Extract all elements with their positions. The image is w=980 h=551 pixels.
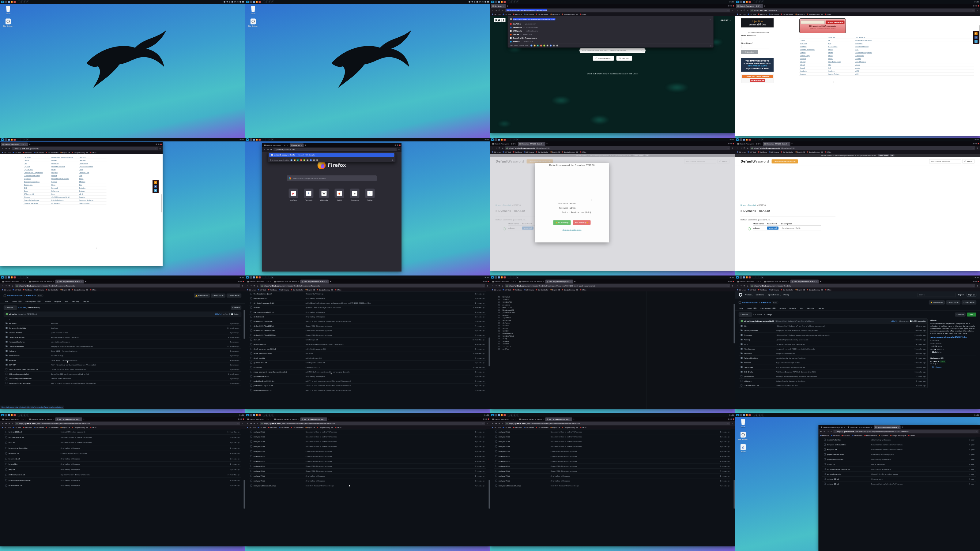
file-row[interactable]: darkc0de.txtstrip trailing whitespace2 y… xyxy=(249,314,486,319)
browser-tab[interactable]: Dynalink - RTA230 defaul× xyxy=(273,418,300,421)
breadcrumb-vendor[interactable]: Dynalink xyxy=(748,204,756,206)
workspace-number[interactable]: 4 xyxy=(762,414,764,417)
file-link[interactable]: rockyou-55.txt xyxy=(254,460,304,462)
workspace-number[interactable]: 3 xyxy=(269,414,271,417)
maximize-button[interactable] xyxy=(730,418,732,420)
vendor-link[interactable]: Draytek Corp xyxy=(78,171,107,174)
url-input[interactable]: file:///usr/share/kali-defaults/web/home… xyxy=(505,9,730,12)
workspace-number[interactable]: 1 xyxy=(263,138,265,141)
workspace-number[interactable]: 2 xyxy=(21,138,23,141)
commit-message-link[interactable]: Update CONTRIBUTING.md xyxy=(776,384,908,386)
file-link[interactable]: hak5-withcount.txt xyxy=(9,437,59,438)
branch-selector[interactable]: ⑂ master ⌄ xyxy=(739,313,752,317)
repo-nav-tab[interactable]: Actions xyxy=(778,306,788,311)
new-tab-button[interactable]: + xyxy=(574,280,576,283)
search-icon[interactable] xyxy=(641,50,643,51)
bookmark-item[interactable]: Google Hacking DB xyxy=(72,427,88,429)
commit-message-link[interactable]: Fix #259 - Recover from bad merge xyxy=(776,343,908,345)
bookmark-item[interactable]: Kali Linux xyxy=(492,427,501,429)
line-number[interactable]: 65 xyxy=(495,340,500,343)
file-row[interactable]: rockyou-65.txtClose #291 - Fix encoding … xyxy=(249,468,486,473)
workspace-number[interactable]: 2 xyxy=(756,414,758,417)
commit-message-link[interactable]: Renamed folders to be the 'full' names xyxy=(871,443,964,445)
minimize-button[interactable] xyxy=(728,143,730,144)
file-row[interactable]: FuzzingUpdate LFI-gracefulsecurity-windo… xyxy=(739,337,928,342)
back-icon[interactable]: ← xyxy=(247,285,249,287)
kali-menu-icon[interactable] xyxy=(736,138,739,141)
tab-close-icon[interactable]: × xyxy=(52,418,54,420)
file-row[interactable]: rockyou-40.txtRenamed folders to be the … xyxy=(494,444,731,449)
bookmark-item[interactable]: Kali Docs xyxy=(23,289,32,291)
commit-message-link[interactable]: Renamed folders to be the 'full' names xyxy=(550,436,712,437)
file-link[interactable]: phpbb.txt xyxy=(827,463,870,465)
commit-message-link[interactable]: strip trailing whitespace xyxy=(60,484,222,486)
file-row[interactable]: WiFi-WPAAdd "-" to split up words, moved… xyxy=(4,362,241,367)
commit-message-link[interactable]: Replace ' ' with '' (Empty Characters) xyxy=(60,474,222,476)
close-button[interactable] xyxy=(488,281,489,282)
kali-menu-icon[interactable] xyxy=(1,138,4,141)
maximize-button[interactable] xyxy=(240,418,242,420)
workspace-number[interactable]: 3 xyxy=(514,1,516,3)
file-link[interactable]: rockyou-40.txt xyxy=(499,445,549,447)
window-controls[interactable] xyxy=(395,144,401,146)
file-row[interactable]: .bin[Github Action] Updated LFI-etc-file… xyxy=(739,324,928,328)
vendor-link[interactable]: Acer xyxy=(827,42,854,45)
kali-menu-icon[interactable] xyxy=(491,414,494,416)
repo-nav-tab[interactable]: Wiki xyxy=(798,306,805,311)
file-link[interactable]: dutch_wordlist xyxy=(254,357,304,359)
editor-icon[interactable] xyxy=(749,276,751,279)
its-working-button[interactable]: 👍 Its working! xyxy=(554,221,571,225)
breadcrumb-home[interactable]: Home xyxy=(740,204,746,206)
search-engine-icon[interactable]: a xyxy=(533,44,536,46)
workspace-number[interactable]: 2 xyxy=(756,138,758,141)
workspace-number[interactable]: 4 xyxy=(272,276,274,279)
commit-message[interactable]: Merge into README.md xyxy=(18,313,37,315)
tab-close-icon[interactable]: × xyxy=(542,418,544,420)
browser-tab[interactable]: Dynalink - RTA230 defaul× xyxy=(28,280,55,284)
close-button[interactable] xyxy=(243,281,244,282)
repo-owner-link[interactable]: danielmiessler xyxy=(7,294,23,297)
file-link[interactable]: der-postillon.txt xyxy=(254,343,304,345)
url-input[interactable]: https://github.com/danielmiessler/SecLis… xyxy=(15,284,240,287)
reload-icon[interactable]: ⟳ xyxy=(498,9,500,12)
line-number[interactable]: 68 xyxy=(495,348,500,351)
file-row[interactable]: Honeypot-Capturesstrip trailing whitespa… xyxy=(4,340,241,344)
file-link[interactable]: rockyou-25.txt xyxy=(254,431,304,432)
firefox-icon[interactable] xyxy=(746,139,748,141)
home-icon[interactable]: ⌂ xyxy=(12,285,14,287)
workspace-number[interactable]: 1 xyxy=(263,1,265,3)
editor-icon[interactable] xyxy=(259,276,261,279)
file-row[interactable]: md5decryptor-uk.txtReplace ' ' with '' (… xyxy=(4,472,241,478)
workspace-number[interactable]: 2 xyxy=(266,1,268,3)
tab-close-icon[interactable]: × xyxy=(81,281,83,283)
commit-message-link[interactable]: rename 's/_/-/g' xyxy=(51,354,222,356)
terminal-icon[interactable] xyxy=(495,138,497,141)
file-row[interactable]: der-postillon.txtAdd worlds-safest-passw… xyxy=(249,342,486,346)
bookmark-item[interactable]: Exploit-DB xyxy=(795,151,805,153)
tab-close-icon[interactable]: × xyxy=(301,144,302,146)
line-number[interactable]: 58 xyxy=(495,322,500,324)
url-input[interactable]: https://github.com/danielmiessler/SecLis… xyxy=(260,284,485,287)
new-tab-button[interactable]: + xyxy=(791,142,793,145)
line-number[interactable]: 52 xyxy=(495,306,500,309)
volume-icon[interactable] xyxy=(471,1,473,3)
start-search-input[interactable]: Search with Google or enter address xyxy=(286,175,377,181)
tab-close-icon[interactable]: × xyxy=(515,143,516,145)
editor-icon[interactable] xyxy=(504,276,506,279)
vendor-link[interactable]: Epox xyxy=(51,192,78,195)
bookmark-item[interactable]: Exploit-DB xyxy=(60,289,70,291)
workspace-number[interactable]: 1 xyxy=(508,414,510,417)
bookmark-item[interactable]: Kali Tools xyxy=(503,289,511,291)
browser-tab[interactable]: Default Passwords | CIRT× xyxy=(263,144,290,148)
commit-message-link[interactable]: strip trailing whitespace xyxy=(305,297,467,299)
file-link[interactable]: darkweb2017-top1000.txt xyxy=(254,330,304,332)
file-row[interactable]: probable-v2-top1575.txtAdd "-" to split … xyxy=(249,383,486,388)
bookmark-item[interactable]: Google Hacking DB xyxy=(317,289,333,291)
minimize-button[interactable] xyxy=(156,144,158,145)
commit-message-link[interactable]: Add "-" to split up words, moved files s… xyxy=(305,380,467,382)
reload-icon[interactable]: ⟳ xyxy=(827,430,829,433)
vendor-link[interactable]: Dictaphone xyxy=(78,162,107,165)
vendor-link[interactable]: Deerfield xyxy=(78,159,107,162)
new-tab-button[interactable]: + xyxy=(820,280,822,283)
workspace-switcher[interactable]: 1234 xyxy=(753,1,764,3)
